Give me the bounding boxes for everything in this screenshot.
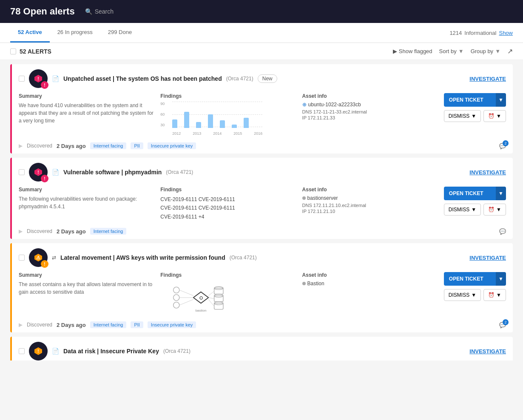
svg-text:!: ! (37, 349, 39, 354)
findings-label: Findings (160, 93, 295, 99)
alert-footer: ▶ Discovered 2 Days ago Internet facing … (12, 139, 513, 153)
flag-button[interactable]: ▶ (19, 322, 23, 328)
dismiss-button[interactable]: DISMISS ▼ (444, 289, 481, 301)
flag-button[interactable]: ▶ (19, 143, 23, 149)
clock-icon: ⏰ (488, 113, 495, 119)
group-by-button[interactable]: Group by ▼ (471, 48, 500, 54)
alert-severity-icon: ! (29, 342, 48, 360)
investigate-link[interactable]: INVESTIGATE (469, 169, 506, 176)
clock-icon: ⏰ (488, 207, 495, 213)
asset-label: Asset info (302, 272, 437, 278)
network-svg: ⬡ (160, 281, 245, 315)
alert-severity-icon: ! ! (29, 163, 48, 182)
ticket-dropdown-arrow[interactable]: ▼ (496, 93, 506, 107)
dismiss-row: DISMISS ▼ ⏰ ▼ (444, 204, 506, 216)
ticket-dropdown-arrow[interactable]: ▼ (496, 272, 506, 286)
tag-insecure-key[interactable]: Insecure private key (148, 321, 196, 328)
snooze-button[interactable]: ⏰ ▼ (483, 204, 506, 216)
alert-header: ⚠ ! ⇄ Lateral movement | AWS keys with w… (12, 243, 513, 267)
chart-bar (232, 125, 237, 128)
ticket-dropdown-arrow[interactable]: ▼ (496, 187, 506, 200)
alert-checkbox[interactable] (19, 348, 25, 354)
tag-internet-facing[interactable]: Internet facing (90, 228, 127, 235)
flag-button[interactable]: ▶ (19, 228, 23, 234)
snooze-button[interactable]: ⏰ ▼ (483, 289, 506, 301)
asset-ip: IP 172.11.21.33 (302, 115, 437, 120)
tag-pii[interactable]: PII (131, 142, 143, 149)
alert-checkbox[interactable] (19, 76, 25, 82)
search-area[interactable]: 🔍 Search (85, 8, 114, 15)
open-ticket-button[interactable]: OPEN TICKET ▼ (444, 272, 506, 286)
export-icon[interactable]: ↗ (507, 47, 513, 55)
alert-body: Summary The asset contains a key that al… (12, 267, 513, 318)
chart-bar (220, 120, 225, 128)
search-icon: 🔍 (85, 8, 92, 15)
open-ticket-button[interactable]: OPEN TICKET ▼ (444, 93, 506, 107)
action-buttons: OPEN TICKET ▼ DISMISS ▼ ⏰ ▼ (444, 187, 506, 216)
informational-count: 1214 (449, 30, 462, 36)
lateral-icon: ⇄ (52, 255, 56, 261)
investigate-link[interactable]: INVESTIGATE (469, 255, 506, 261)
chart-x-label: 2013 (193, 131, 201, 136)
chart-x-label: 2016 (254, 131, 262, 136)
alert-title: Vulnerable software | phpmyadmin (63, 169, 162, 176)
alert-card: ! ! 📄 Vulnerable software | phpmyadmin (… (10, 158, 513, 239)
tabs-bar: 52 Active 26 In progress 299 Done 1214 I… (0, 23, 523, 43)
alert-checkbox[interactable] (19, 169, 25, 175)
discovered-label: Discovered (27, 322, 52, 328)
investigate-link[interactable]: INVESTIGATE (469, 348, 506, 355)
alert-checkbox[interactable] (19, 255, 25, 261)
select-all-checkbox[interactable] (10, 48, 16, 54)
alert-header: ! ! 📄 Unpatched asset | The system OS ha… (12, 64, 513, 88)
chart-bar (208, 114, 213, 128)
severity-indicator: ! (41, 175, 48, 182)
svg-point-8 (173, 302, 179, 308)
open-ticket-button[interactable]: OPEN TICKET ▼ (444, 187, 506, 200)
chart-y-label: 30 (160, 123, 165, 127)
show-flagged-button[interactable]: ▶ Show flagged (393, 48, 432, 54)
chat-icon[interactable]: 💬 (499, 228, 506, 235)
sort-by-chevron-icon: ▼ (458, 48, 464, 54)
tag-internet-facing[interactable]: Internet facing (90, 142, 127, 149)
findings-section: Findings 90 60 30 (160, 93, 295, 136)
file-icon: 📄 (52, 75, 59, 82)
alert-id: (Orca 4721) (166, 169, 193, 175)
alert-card: ! ! 📄 Unpatched asset | The system OS ha… (10, 64, 513, 153)
dismiss-button[interactable]: DISMISS ▼ (444, 204, 481, 216)
asset-name: ⊕ ubuntu-1022-a22233cb (302, 102, 437, 108)
summary-label: Summary (19, 187, 153, 193)
dismiss-row: DISMISS ▼ ⏰ ▼ (444, 110, 506, 122)
alert-title: Unpatched asset | The system OS has not … (63, 75, 222, 82)
dismiss-button[interactable]: DISMISS ▼ (444, 110, 481, 122)
page-title: 78 Open alerts (10, 6, 75, 17)
tag-internet-facing[interactable]: Internet facing (90, 321, 127, 328)
tab-active[interactable]: 52 Active (10, 23, 50, 43)
globe-icon: ⊕ (302, 102, 307, 108)
tab-active-count: 52 (18, 29, 24, 35)
alerts-count-label: 52 ALERTS (20, 48, 51, 55)
show-informational-link[interactable]: Show (499, 30, 513, 36)
informational-area: 1214 Informational Show (449, 30, 513, 36)
chat-icon[interactable]: 💬 2 (499, 322, 506, 328)
summary-text: We have found 410 vulnerabilities on the… (19, 102, 153, 125)
investigate-link[interactable]: INVESTIGATE (469, 76, 506, 82)
svg-text:⚠: ⚠ (36, 255, 40, 260)
sort-by-button[interactable]: Sort by ▼ (439, 48, 464, 54)
discovered-label: Discovered (27, 143, 52, 149)
header: 78 Open alerts 🔍 Search (0, 0, 523, 23)
tab-done[interactable]: 299 Done (100, 23, 139, 43)
chart-x-label: 2014 (213, 131, 222, 136)
dismiss-chevron-icon: ▼ (471, 292, 476, 298)
tag-insecure-key[interactable]: Insecure private key (148, 142, 196, 149)
snooze-button[interactable]: ⏰ ▼ (483, 110, 506, 122)
tag-pii[interactable]: PII (131, 321, 143, 328)
summary-section: Summary The following vulnerabilities we… (19, 187, 153, 210)
tab-in-progress[interactable]: 26 In progress (50, 23, 100, 43)
discovered-time: 2 Days ago (57, 228, 86, 235)
summary-label: Summary (19, 272, 153, 278)
asset-name: bastionserver (302, 195, 437, 201)
discovered-time: 2 Days ago (57, 143, 86, 149)
asset-section: Asset info ⊕ ubuntu-1022-a22233cb DNS 17… (302, 93, 437, 120)
chat-icon[interactable]: 💬 2 (499, 143, 506, 149)
informational-label: Informational (464, 30, 496, 36)
